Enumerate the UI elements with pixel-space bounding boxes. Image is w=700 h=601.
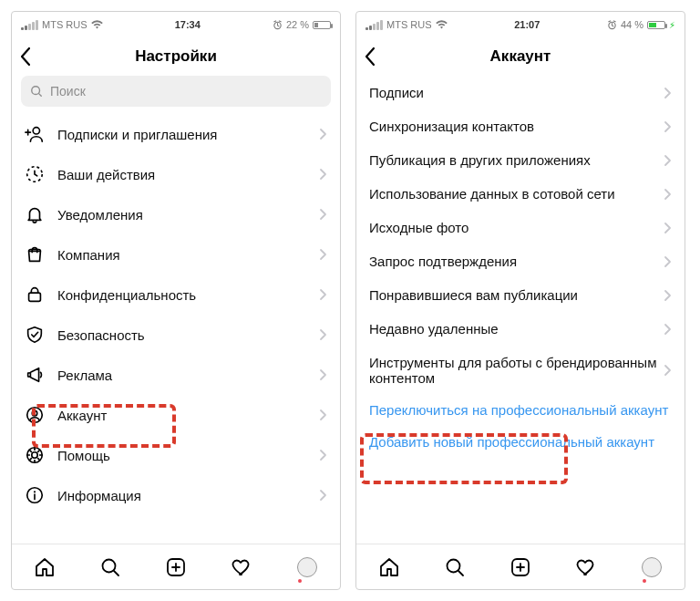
help-icon	[25, 445, 45, 465]
chevron-right-icon	[319, 168, 327, 181]
tab-profile[interactable]	[295, 555, 319, 579]
charging-icon: ⚡︎	[669, 20, 675, 30]
row-label: Помощь	[57, 448, 306, 463]
back-button[interactable]	[19, 37, 32, 76]
tab-activity[interactable]	[230, 555, 253, 579]
tab-new-post[interactable]	[509, 555, 532, 579]
lock-icon	[25, 285, 45, 305]
wifi-icon	[436, 20, 448, 29]
chevron-right-icon	[319, 409, 327, 421]
account-row[interactable]: Недавно удаленные	[356, 312, 685, 346]
account-row[interactable]: Использование данных в сотовой сети	[356, 177, 685, 211]
row-label: Исходные фото	[369, 220, 664, 235]
row-label: Недавно удаленные	[369, 321, 664, 337]
svg-point-2	[33, 128, 39, 134]
signal-icon	[21, 20, 38, 30]
row-label: Запрос подтверждения	[369, 254, 664, 269]
chevron-right-icon	[319, 248, 327, 261]
notification-dot	[298, 579, 302, 583]
back-button[interactable]	[364, 37, 376, 76]
nav-bar: Аккаунт	[356, 37, 685, 76]
activity-icon	[25, 164, 45, 184]
settings-row-shield[interactable]: Безопасность	[12, 315, 340, 355]
settings-row-person-add[interactable]: Подписки и приглашения	[12, 114, 340, 154]
settings-row-account[interactable]: Аккаунт	[12, 395, 340, 435]
page-title: Аккаунт	[490, 47, 551, 66]
link-switch-professional[interactable]: Переключиться на профессиональный аккаун…	[356, 395, 685, 427]
account-row[interactable]: Инструменты для работы с брендированным …	[356, 346, 685, 395]
status-bar: MTS RUS 21:07 44 % ⚡︎	[356, 12, 685, 37]
page-title: Настройки	[135, 47, 217, 66]
row-label: Аккаунт	[57, 408, 306, 423]
carrier-label: MTS RUS	[42, 19, 88, 30]
row-label: Понравившиеся вам публикации	[369, 287, 664, 303]
avatar-icon	[642, 557, 662, 577]
row-label: Конфиденциальность	[57, 287, 306, 303]
account-list: ПодписиСинхронизация контактовПубликация…	[356, 76, 685, 544]
battery-pct: 22 %	[286, 19, 309, 30]
row-label: Ваши действия	[57, 167, 306, 182]
screenshot-settings: MTS RUS 17:34 22 % Настройки	[11, 11, 341, 590]
chevron-right-icon	[664, 154, 672, 167]
bell-icon	[25, 204, 45, 224]
megaphone-icon	[25, 365, 45, 385]
account-row[interactable]: Синхронизация контактов	[356, 109, 685, 143]
settings-row-bag[interactable]: Компания	[12, 234, 340, 275]
account-row[interactable]: Понравившиеся вам публикации	[356, 278, 685, 312]
tab-bar	[12, 544, 340, 589]
chevron-right-icon	[319, 489, 327, 502]
status-time: 17:34	[175, 19, 201, 30]
svg-point-10	[34, 491, 36, 492]
tab-profile[interactable]	[640, 555, 664, 579]
avatar-icon	[297, 557, 317, 577]
alarm-icon	[607, 20, 617, 30]
row-label: Подписки и приглашения	[57, 127, 306, 142]
account-icon	[25, 405, 45, 425]
settings-row-lock[interactable]: Конфиденциальность	[12, 275, 340, 315]
status-bar: MTS RUS 17:34 22 %	[12, 12, 340, 37]
row-label: Уведомления	[57, 207, 306, 223]
svg-point-8	[32, 452, 37, 458]
tab-new-post[interactable]	[164, 555, 188, 579]
status-time: 21:07	[514, 19, 540, 30]
settings-row-megaphone[interactable]: Реклама	[12, 355, 340, 395]
battery-icon	[313, 21, 331, 29]
tab-search[interactable]	[98, 555, 122, 579]
nav-bar: Настройки	[12, 37, 340, 76]
settings-row-activity[interactable]: Ваши действия	[12, 154, 340, 194]
carrier-label: MTS RUS	[386, 19, 432, 30]
chevron-right-icon	[319, 328, 327, 341]
account-row[interactable]: Подписи	[356, 76, 685, 109]
settings-row-info[interactable]: Информация	[12, 475, 340, 515]
signal-icon	[365, 20, 383, 30]
chevron-right-icon	[664, 222, 672, 234]
tab-activity[interactable]	[574, 555, 598, 579]
row-label: Инструменты для работы с брендированным …	[369, 355, 664, 386]
account-row[interactable]: Публикация в других приложениях	[356, 143, 685, 177]
account-row[interactable]: Исходные фото	[356, 211, 685, 244]
tab-bar	[356, 544, 685, 589]
tab-home[interactable]	[33, 555, 57, 579]
chevron-right-icon	[664, 120, 672, 133]
settings-list: Подписки и приглашенияВаши действияУведо…	[12, 114, 340, 544]
shield-icon	[25, 325, 45, 345]
settings-row-help[interactable]: Помощь	[12, 435, 340, 475]
tab-search[interactable]	[443, 555, 467, 579]
person-add-icon	[25, 124, 45, 144]
row-label: Публикация в других приложениях	[369, 152, 664, 168]
info-icon	[25, 485, 45, 505]
chevron-right-icon	[664, 364, 672, 377]
row-label: Синхронизация контактов	[369, 119, 664, 134]
search-input[interactable]: Поиск	[21, 76, 331, 107]
chevron-right-icon	[319, 368, 327, 381]
chevron-right-icon	[664, 87, 672, 99]
chevron-right-icon	[664, 289, 672, 302]
search-icon	[30, 85, 43, 98]
tab-home[interactable]	[377, 555, 401, 579]
link-add-professional[interactable]: Добавить новый профессиональный аккаунт	[356, 427, 685, 459]
screenshot-account: MTS RUS 21:07 44 % ⚡︎ Аккаунт ПодписиСин	[355, 11, 685, 590]
row-label: Использование данных в сотовой сети	[369, 186, 664, 202]
settings-row-bell[interactable]: Уведомления	[12, 194, 340, 234]
account-row[interactable]: Запрос подтверждения	[356, 244, 685, 278]
chevron-right-icon	[664, 323, 672, 336]
